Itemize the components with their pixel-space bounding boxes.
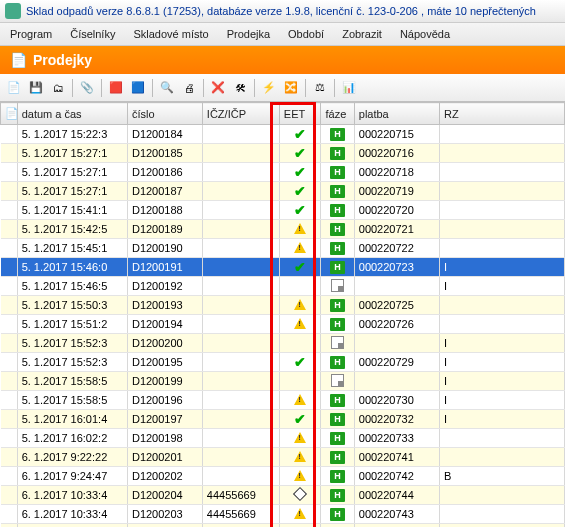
icz-cell <box>202 372 279 391</box>
search-button[interactable]: 🔍 <box>157 78 177 98</box>
col-faze[interactable]: fáze <box>321 103 354 125</box>
cislo-cell: D1200185 <box>127 144 202 163</box>
print-button[interactable]: 🖨 <box>179 78 199 98</box>
phase-h-icon: H <box>330 166 345 179</box>
table-row[interactable]: 6. 1.2017 9:22:22D1200201H000220741 <box>1 448 565 467</box>
table-row[interactable]: 5. 1.2017 15:58:5D1200196H000220730I <box>1 391 565 410</box>
date-cell: 6. 1.2017 9:22:22 <box>17 448 127 467</box>
col-rz[interactable]: RZ <box>440 103 565 125</box>
table-row[interactable]: 5. 1.2017 15:52:3D1200195✔H000220729I <box>1 353 565 372</box>
row-header-cell <box>1 258 18 277</box>
eet-cell <box>279 220 321 239</box>
table-row[interactable]: 5. 1.2017 15:51:2D1200194H000220726 <box>1 315 565 334</box>
phase-h-icon: H <box>330 299 345 312</box>
warning-icon <box>294 432 306 443</box>
icz-cell <box>202 277 279 296</box>
table-row[interactable]: 6. 1.2017 10:33:4D120020444455669H000220… <box>1 486 565 505</box>
table-row[interactable]: 5. 1.2017 15:46:5D1200192I <box>1 277 565 296</box>
date-cell: 5. 1.2017 15:27:1 <box>17 163 127 182</box>
platba-cell <box>354 277 439 296</box>
platba-cell: 000220718 <box>354 163 439 182</box>
faze-cell: H <box>321 163 354 182</box>
row-header-cell <box>1 296 18 315</box>
table-row[interactable]: 5. 1.2017 16:01:4D1200197✔H000220732I <box>1 410 565 429</box>
menu-item-zobrazit[interactable]: Zobrazit <box>334 26 390 42</box>
platba-cell: FDFP100037 <box>354 524 439 528</box>
eet-cell <box>279 524 321 528</box>
eet-cell <box>279 505 321 524</box>
flash-button[interactable]: ⚡ <box>259 78 279 98</box>
table-row[interactable]: 5. 1.2017 15:41:1D1200188✔H000220720 <box>1 201 565 220</box>
cislo-cell: D1200202 <box>127 467 202 486</box>
table-row[interactable]: 5. 1.2017 15:42:5D1200189H000220721 <box>1 220 565 239</box>
row-header-cell <box>1 467 18 486</box>
delete-button[interactable]: ❌ <box>208 78 228 98</box>
weigh-button[interactable]: ⚖ <box>310 78 330 98</box>
menu-item-číselníky[interactable]: Číselníky <box>62 26 123 42</box>
row-header-cell <box>1 144 18 163</box>
eet-cell: ✔ <box>279 163 321 182</box>
faze-cell: H <box>321 486 354 505</box>
table-row[interactable]: 5. 1.2017 15:27:1D1200186✔H000220718 <box>1 163 565 182</box>
phase-doc-icon <box>331 374 344 387</box>
table-row[interactable]: 5. 1.2017 16:02:2D1200198H000220733 <box>1 429 565 448</box>
table-row[interactable]: 5. 1.2017 15:22:3D1200184✔H000220715 <box>1 125 565 144</box>
menu-item-program[interactable]: Program <box>2 26 60 42</box>
date-cell: 6. 1.2017 9:24:47 <box>17 467 127 486</box>
menu-item-nápověda[interactable]: Nápověda <box>392 26 458 42</box>
action2-button[interactable]: 🟦 <box>128 78 148 98</box>
toolbar-separator <box>305 79 306 97</box>
table-row[interactable]: 5. 1.2017 15:50:3D1200193H000220725 <box>1 296 565 315</box>
faze-cell: H <box>321 448 354 467</box>
menu-item-období[interactable]: Období <box>280 26 332 42</box>
table-row[interactable]: 5. 1.2017 15:58:5D1200199I <box>1 372 565 391</box>
faze-cell: H <box>321 182 354 201</box>
eet-cell <box>279 239 321 258</box>
date-cell: 5. 1.2017 15:27:1 <box>17 182 127 201</box>
col-rowheader[interactable]: 📄 <box>1 103 18 125</box>
table-row[interactable]: 6. 1.2017 9:24:47D1200202H000220742B <box>1 467 565 486</box>
attach-button[interactable]: 📎 <box>77 78 97 98</box>
cislo-cell: D1200196 <box>127 391 202 410</box>
save-button[interactable]: 💾 <box>26 78 46 98</box>
col-platba[interactable]: platba <box>354 103 439 125</box>
chart-button[interactable]: 📊 <box>339 78 359 98</box>
table-row[interactable]: 5. 1.2017 15:52:3D1200200I <box>1 334 565 353</box>
menu-item-prodejka[interactable]: Prodejka <box>219 26 278 42</box>
platba-cell: 000220726 <box>354 315 439 334</box>
table-row[interactable]: 5. 1.2017 15:46:0D1200191✔H000220723I <box>1 258 565 277</box>
date-cell: 5. 1.2017 15:50:3 <box>17 296 127 315</box>
phase-h-icon: H <box>330 185 345 198</box>
rz-cell <box>440 201 565 220</box>
table-row[interactable]: 6. 1.2017 10:33:4D120020344455669H000220… <box>1 505 565 524</box>
new-button[interactable]: 📄 <box>4 78 24 98</box>
table-row[interactable]: 5. 1.2017 15:45:1D1200190H000220722 <box>1 239 565 258</box>
table-row[interactable]: 5. 1.2017 15:27:1D1200185✔H000220716 <box>1 144 565 163</box>
action1-button[interactable]: 🟥 <box>106 78 126 98</box>
phase-h-icon: H <box>330 147 345 160</box>
table[interactable]: 📄 datum a čas číslo IČZ/IČP EET fáze pla… <box>0 102 565 527</box>
row-header-cell <box>1 372 18 391</box>
faze-cell: H <box>321 220 354 239</box>
cislo-cell: D1200195 <box>127 353 202 372</box>
col-cislo[interactable]: číslo <box>127 103 202 125</box>
col-date[interactable]: datum a čas <box>17 103 127 125</box>
toggle-button[interactable]: 🔀 <box>281 78 301 98</box>
cislo-cell: D1200187 <box>127 182 202 201</box>
card-button[interactable]: 🗂 <box>48 78 68 98</box>
menu-item-skladové místo[interactable]: Skladové místo <box>125 26 216 42</box>
phase-doc-icon <box>331 336 344 349</box>
platba-cell: 000220733 <box>354 429 439 448</box>
table-row[interactable]: 5. 1.2017 15:27:1D1200187✔H000220719 <box>1 182 565 201</box>
eet-cell <box>279 486 321 505</box>
icz-cell <box>202 410 279 429</box>
table-row[interactable]: 6. 1.2017 12:02:1D1200205FFDFP100037 <box>1 524 565 528</box>
col-icz[interactable]: IČZ/IČP <box>202 103 279 125</box>
eet-cell <box>279 334 321 353</box>
platba-cell: 000220716 <box>354 144 439 163</box>
warning-icon <box>294 318 306 329</box>
tools-button[interactable]: 🛠 <box>230 78 250 98</box>
rz-cell: I <box>440 258 565 277</box>
icz-cell <box>202 467 279 486</box>
col-eet[interactable]: EET <box>279 103 321 125</box>
